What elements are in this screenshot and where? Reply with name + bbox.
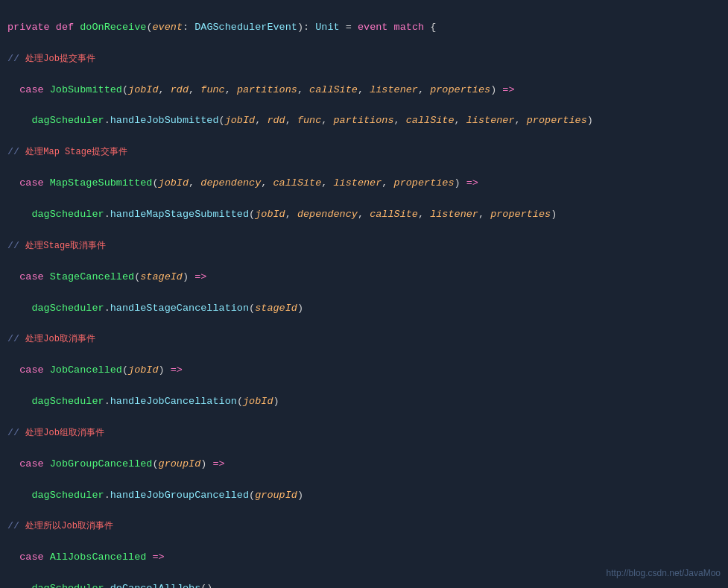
line-4: dagScheduler.handleJobSubmitted(jobId, r… xyxy=(7,113,721,129)
line-11: // 处理Job取消事件 xyxy=(7,332,721,347)
line-14: // 处理Job组取消事件 xyxy=(7,426,721,441)
line-19: dagScheduler.doCancelAllJobs() xyxy=(7,581,721,588)
line-9: case StageCancelled(stageId) => xyxy=(7,270,721,285)
line-10: dagScheduler.handleStageCancellation(sta… xyxy=(7,301,721,317)
line-6: case MapStageSubmitted(jobId, dependency… xyxy=(7,176,721,192)
line-16: dagScheduler.handleJobGroupCancelled(gro… xyxy=(7,488,721,504)
line-12: case JobCancelled(jobId) => xyxy=(7,363,721,379)
line-1: private def doOnReceive(event: DAGSchedu… xyxy=(7,20,721,36)
code-container: private def doOnReceive(event: DAGSchedu… xyxy=(0,0,728,588)
line-17: // 处理所以Job取消事件 xyxy=(7,519,721,534)
line-3: case JobSubmitted(jobId, rdd, func, part… xyxy=(7,83,721,98)
line-5: // 处理Map Stage提交事件 xyxy=(7,145,721,160)
line-2: // 处理Job提交事件 xyxy=(7,51,721,67)
line-15: case JobGroupCancelled(groupId) => xyxy=(7,457,721,472)
line-13: dagScheduler.handleJobCancellation(jobId… xyxy=(7,394,721,410)
line-7: dagScheduler.handleMapStageSubmitted(job… xyxy=(7,207,721,223)
line-8: // 处理Stage取消事件 xyxy=(7,238,721,254)
watermark: http://blog.csdn.net/JavaMoo xyxy=(607,566,721,581)
line-18: case AllJobsCancelled => xyxy=(7,550,721,566)
